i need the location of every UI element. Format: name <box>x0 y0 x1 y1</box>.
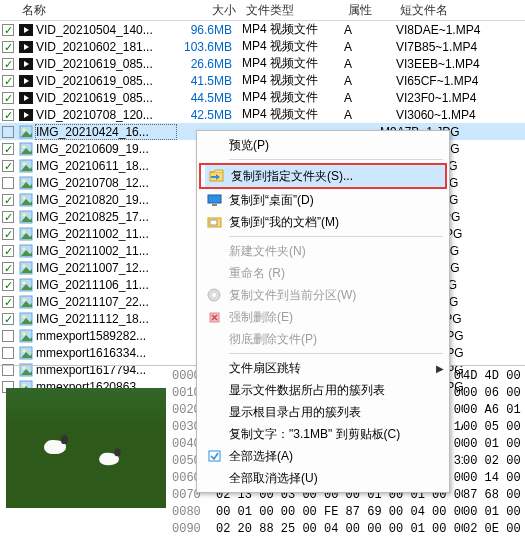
file-type: MP4 视频文件 <box>238 21 340 38</box>
table-row[interactable]: VID_20210619_085...26.6MBMP4 视频文件AVI3EEB… <box>0 55 525 72</box>
svg-point-34 <box>22 247 25 250</box>
row-checkbox[interactable] <box>2 177 14 189</box>
hex-row: 008000 01 00 00 00 FE 87 69 00 04 00 00 … <box>172 504 525 521</box>
video-file-icon <box>18 74 34 88</box>
file-short-name: VI3EEB~1.MP4 <box>392 57 508 71</box>
file-short-name: VI7B85~1.MP4 <box>392 40 508 54</box>
ctx-deselect-all[interactable]: 全部取消选择(U) <box>199 467 447 489</box>
hex-bytes-tail: 00 02 00 00 <box>463 453 525 470</box>
file-attr: A <box>340 40 392 54</box>
row-checkbox[interactable] <box>2 262 14 274</box>
file-name: VID_20210619_085... <box>36 57 176 71</box>
hex-offset: 0090 <box>172 521 216 536</box>
svg-point-49 <box>22 332 25 335</box>
table-row[interactable]: VID_20210708_120...42.5MBMP4 视频文件AVI3060… <box>0 106 525 123</box>
ctx-copy-docs[interactable]: 复制到“我的文档”(M) <box>199 211 447 233</box>
table-row[interactable]: VID_20210602_181...103.6MBMP4 视频文件AVI7B8… <box>0 38 525 55</box>
ctx-file-sector-jump[interactable]: 文件扇区跳转 ▶ <box>199 357 447 379</box>
row-checkbox[interactable] <box>2 109 14 121</box>
row-checkbox[interactable] <box>2 58 14 70</box>
table-row[interactable]: VID_20210619_085...44.5MBMP4 视频文件AVI23F0… <box>0 89 525 106</box>
blank-icon <box>205 264 225 282</box>
folder-arrow-icon <box>207 167 227 185</box>
file-size: 96.6MB <box>176 23 238 37</box>
ctx-show-clusters[interactable]: 显示文件数据所占用的簇列表 <box>199 379 447 401</box>
ctx-copy-desktop[interactable]: 复制到“桌面”(D) <box>199 189 447 211</box>
image-file-icon <box>18 244 34 258</box>
video-file-icon <box>18 40 34 54</box>
row-checkbox[interactable] <box>2 160 14 172</box>
column-short[interactable]: 短文件名 <box>396 2 512 19</box>
row-checkbox[interactable] <box>2 296 14 308</box>
video-file-icon <box>18 108 34 122</box>
row-checkbox[interactable] <box>2 245 14 257</box>
file-attr: A <box>340 91 392 105</box>
blank-icon <box>205 136 225 154</box>
column-size[interactable]: 大小 <box>180 2 242 19</box>
row-checkbox[interactable] <box>2 313 14 325</box>
file-type: MP4 视频文件 <box>238 72 340 89</box>
hex-bytes-tail: 00 A6 01 12 <box>463 402 525 419</box>
row-checkbox[interactable] <box>2 279 14 291</box>
row-checkbox[interactable] <box>2 41 14 53</box>
row-checkbox[interactable] <box>2 24 14 36</box>
row-checkbox[interactable] <box>2 143 14 155</box>
hex-row: 009002 20 88 25 00 04 00 00 00 01 00 00 … <box>172 521 525 536</box>
column-type[interactable]: 文件类型 <box>242 2 344 19</box>
file-name: VID_20210619_085... <box>36 91 176 105</box>
blank-icon <box>205 242 225 260</box>
row-checkbox[interactable] <box>2 92 14 104</box>
file-size: 26.6MB <box>176 57 238 71</box>
column-header-row[interactable]: 名称 大小 文件类型 属性 短文件名 <box>0 0 525 21</box>
file-name: VID_20210504_140... <box>36 23 176 37</box>
file-name: IMG_20210708_12... <box>36 176 176 190</box>
hex-bytes-tail: 4D 4D 00 2A <box>463 368 525 385</box>
ctx-select-all[interactable]: 全部选择(A) <box>199 445 447 467</box>
image-file-icon <box>18 346 34 360</box>
row-checkbox[interactable] <box>2 194 14 206</box>
file-name: IMG_20210611_18... <box>36 159 176 173</box>
column-attr[interactable]: 属性 <box>344 2 396 19</box>
svg-point-22 <box>22 179 25 182</box>
file-short-name: VI8DAE~1.MP4 <box>392 23 508 37</box>
ctx-copy-to-partition: 复制文件到当前分区(W) <box>199 284 447 306</box>
table-row[interactable]: VID_20210619_085...41.5MBMP4 视频文件AVI65CF… <box>0 72 525 89</box>
image-thumbnail[interactable] <box>6 388 166 508</box>
file-size: 103.6MB <box>176 40 238 54</box>
image-file-icon <box>18 261 34 275</box>
file-type: MP4 视频文件 <box>238 89 340 106</box>
file-name: VID_20210708_120... <box>36 108 176 122</box>
file-name: IMG_20210424_16... <box>36 125 176 139</box>
image-file-icon <box>18 295 34 309</box>
row-checkbox[interactable] <box>2 347 14 359</box>
file-size: 44.5MB <box>176 91 238 105</box>
context-menu: 预览(P) 复制到指定文件夹(S)... 复制到“桌面”(D) 复制到“我的文档… <box>196 130 450 493</box>
svg-point-46 <box>22 315 25 318</box>
svg-point-25 <box>22 196 25 199</box>
file-name: IMG_20211007_12... <box>36 261 176 275</box>
ctx-force-delete: 强制删除(E) <box>199 306 447 328</box>
file-name: IMG_20211002_11... <box>36 227 176 241</box>
file-name: IMG_20211112_18... <box>36 312 176 326</box>
file-type: MP4 视频文件 <box>238 55 340 72</box>
row-checkbox[interactable] <box>2 75 14 87</box>
file-name: mmexport1589282... <box>36 329 176 343</box>
column-name[interactable]: 名称 <box>22 2 180 19</box>
hex-bytes-tail: 87 68 00 03 <box>463 487 525 504</box>
table-row[interactable]: VID_20210504_140...96.6MBMP4 视频文件AVI8DAE… <box>0 21 525 38</box>
svg-point-28 <box>22 213 25 216</box>
video-file-icon <box>18 91 34 105</box>
row-checkbox[interactable] <box>2 126 14 138</box>
hex-bytes-tail: 00 14 00 00 <box>463 470 525 487</box>
ctx-preview[interactable]: 预览(P) <box>199 134 447 156</box>
ctx-show-root-clusters[interactable]: 显示根目录占用的簇列表 <box>199 401 447 423</box>
row-checkbox[interactable] <box>2 330 14 342</box>
svg-point-31 <box>22 230 25 233</box>
row-checkbox[interactable] <box>2 211 14 223</box>
blank-icon <box>205 469 225 487</box>
ctx-copy-text[interactable]: 复制文字："3.1MB" 到剪贴板(C) <box>199 423 447 445</box>
row-checkbox[interactable] <box>2 228 14 240</box>
ctx-copy-to-folder[interactable]: 复制到指定文件夹(S)... <box>199 163 447 189</box>
image-file-icon <box>18 312 34 326</box>
hex-bytes: 02 20 88 25 00 04 00 00 00 01 00 00 <box>216 521 463 536</box>
